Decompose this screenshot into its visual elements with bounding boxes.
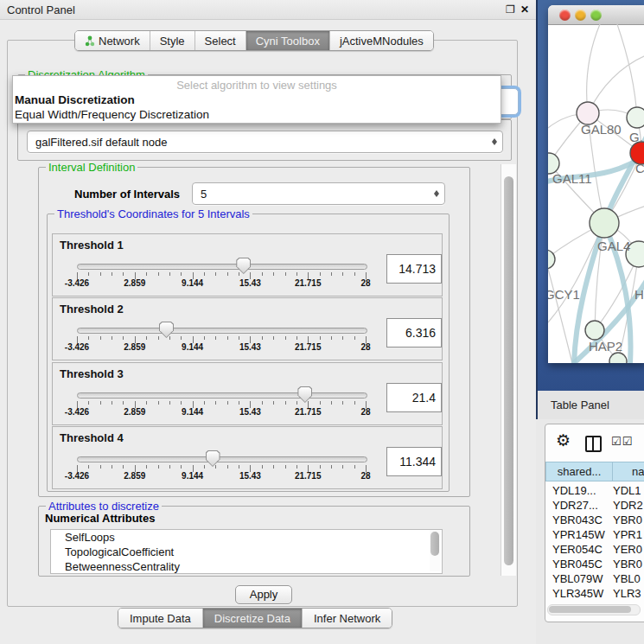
list-item[interactable]: BetweennessCentrality xyxy=(51,559,442,574)
table-row[interactable]: YBL079WYBL0 xyxy=(545,571,643,586)
tick-mark xyxy=(285,272,286,276)
slider-handle-face xyxy=(160,322,173,337)
slider-handle-face xyxy=(237,258,250,273)
network-node-gal4[interactable] xyxy=(590,208,619,238)
slider-track[interactable] xyxy=(77,328,367,334)
tab-label: Style xyxy=(160,35,185,48)
tick-mark xyxy=(112,401,112,405)
scale-label: -3.426 xyxy=(65,342,89,352)
close-traffic-light[interactable] xyxy=(559,10,571,21)
list-item[interactable]: TopologicalCoefficient xyxy=(51,545,442,559)
threshold-label: Threshold 2 xyxy=(60,303,124,316)
select-columns-icon[interactable]: ☑☑ xyxy=(611,435,633,448)
tick-mark xyxy=(123,401,124,405)
tick-mark xyxy=(273,465,274,469)
table-data-combobox[interactable]: galFiltered.sif default node xyxy=(27,131,503,153)
tick-mark xyxy=(146,401,147,405)
slider-handle[interactable] xyxy=(206,450,220,467)
tab-infer-network[interactable]: Infer Network xyxy=(303,609,392,628)
scale-label: 9.144 xyxy=(182,342,203,352)
slider-handle[interactable] xyxy=(159,322,174,338)
table-row[interactable]: YBR045CYBR0 xyxy=(545,557,643,571)
network-window: GAL80CGAL11GAL4GCY1HHAP2G. xyxy=(548,5,644,363)
tab-cyni-toolbox[interactable]: Cyni Toolbox xyxy=(246,31,330,50)
number-of-intervals-combobox[interactable]: 5 xyxy=(192,182,445,205)
tab-style[interactable]: Style xyxy=(150,31,195,50)
tick-mark xyxy=(273,401,274,405)
network-node-label: C xyxy=(635,161,644,175)
scale-label: 15.43 xyxy=(239,407,261,417)
table-cell-name: YBR0 xyxy=(613,557,642,571)
tab-network[interactable]: Network xyxy=(75,31,150,50)
threshold-value-field[interactable]: 14.713 xyxy=(386,254,442,284)
tick-mark xyxy=(285,336,286,340)
tick-mark xyxy=(331,401,332,405)
minimize-traffic-light[interactable] xyxy=(575,10,586,21)
tick-mark xyxy=(227,465,228,469)
tick-mark xyxy=(320,272,321,276)
apply-button[interactable]: Apply xyxy=(235,585,292,604)
table-horizontal-scrollbar-thumb[interactable] xyxy=(549,606,631,613)
zoom-traffic-light[interactable] xyxy=(590,10,602,21)
threshold-value-field[interactable]: 21.4 xyxy=(386,383,442,412)
popup-option-equal-width[interactable]: Equal Width/Frequency Discretization xyxy=(13,107,501,122)
network-node[interactable] xyxy=(627,107,644,128)
column-header-name[interactable]: na xyxy=(612,462,644,481)
table-row[interactable]: YER054CYER0 xyxy=(545,542,643,557)
scale-label: 28 xyxy=(360,471,370,481)
tab-label: jActiveMNodules xyxy=(340,35,424,48)
network-canvas[interactable]: GAL80CGAL11GAL4GCY1HHAP2G. xyxy=(548,24,644,363)
tab-jactivemnodules[interactable]: jActiveMNodules xyxy=(330,31,433,50)
threshold-box-2: Threshold 2-3.4262.8599.14415.4321.71528… xyxy=(52,297,443,360)
network-node-label: G. xyxy=(629,130,643,144)
bottom-tab-group: Impute DataDiscretize DataInfer Network xyxy=(118,608,392,628)
tick-mark xyxy=(296,336,297,340)
attributes-list-scrollbar[interactable] xyxy=(430,530,441,571)
tab-label: Discretize Data xyxy=(214,612,290,625)
attributes-list-scrollbar-thumb[interactable] xyxy=(430,532,439,556)
tick-mark xyxy=(215,401,216,405)
float-icon[interactable]: ❐ xyxy=(506,3,515,16)
column-header-shared-name[interactable]: shared... xyxy=(545,462,613,481)
tick-mark xyxy=(112,336,112,340)
table-row[interactable]: YDL19...YDL1 xyxy=(545,483,643,498)
numerical-attributes-list[interactable]: SelfLoopsTopologicalCoefficientBetweenne… xyxy=(50,529,443,574)
slider-handle[interactable] xyxy=(297,386,312,403)
table-row[interactable]: YDR27...YDR2 xyxy=(545,498,643,513)
slider-track[interactable] xyxy=(77,392,367,399)
network-window-titlebar[interactable] xyxy=(548,5,644,25)
table-horizontal-scrollbar[interactable] xyxy=(547,604,641,615)
main-vertical-scrollbar-thumb[interactable] xyxy=(504,176,513,565)
tab-select[interactable]: Select xyxy=(195,31,246,50)
split-columns-icon[interactable] xyxy=(585,436,602,452)
close-icon[interactable]: ✕ xyxy=(520,3,529,16)
tick-mark xyxy=(123,336,124,340)
gear-icon[interactable]: ⚙ xyxy=(556,430,571,450)
tick-mark xyxy=(342,336,343,340)
network-node-hap2[interactable] xyxy=(585,321,604,340)
tick-mark xyxy=(169,401,170,405)
tick-mark xyxy=(88,401,89,405)
slider-track[interactable] xyxy=(77,456,367,462)
network-node-label: GCY1 xyxy=(548,287,580,302)
popup-option-manual[interactable]: Manual Discretization xyxy=(13,92,501,107)
tab-discretize-data[interactable]: Discretize Data xyxy=(203,609,303,628)
tick-mark xyxy=(215,336,216,340)
table-cell-shared-name: YDL19... xyxy=(552,483,596,498)
threshold-box-3: Threshold 3-3.4262.8599.14415.4321.71528… xyxy=(52,362,443,425)
tab-impute-data[interactable]: Impute Data xyxy=(118,609,203,628)
threshold-value-field[interactable]: 6.316 xyxy=(386,318,442,348)
table-row[interactable]: YLR345WYLR3 xyxy=(545,586,643,601)
threshold-value-field[interactable]: 11.344 xyxy=(386,447,442,476)
scale-label: 9.144 xyxy=(182,407,203,417)
slider-handle-face xyxy=(207,451,220,466)
slider-track[interactable] xyxy=(77,264,367,270)
tick-mark xyxy=(181,272,182,276)
tick-mark xyxy=(331,465,332,469)
table-row[interactable]: YBR043CYBR0 xyxy=(545,513,643,527)
list-item[interactable]: SelfLoops xyxy=(51,530,442,545)
table-cell-name: YDL1 xyxy=(613,483,641,498)
table-row[interactable]: YPR145WYPR1 xyxy=(545,527,643,542)
group-title-attributes: Attributes to discretize xyxy=(46,500,162,513)
main-vertical-scrollbar[interactable] xyxy=(501,164,516,576)
